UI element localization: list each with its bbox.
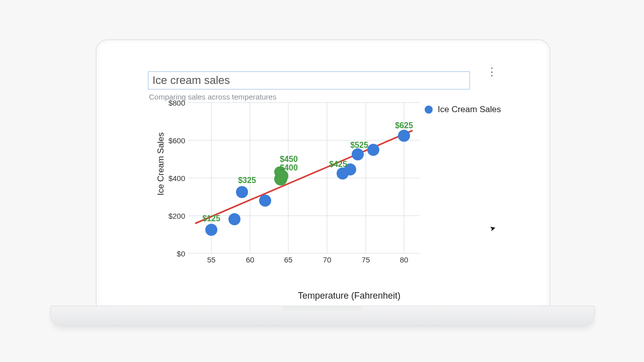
- data-label: $125: [202, 214, 220, 223]
- x-tick: 65: [284, 255, 293, 264]
- y-tick: $800: [155, 99, 188, 107]
- legend: Ice Cream Sales: [425, 105, 501, 115]
- svg-point-11: [205, 224, 217, 236]
- data-label: $325: [238, 176, 256, 185]
- more-options-icon[interactable]: [488, 67, 496, 76]
- trendline: [196, 131, 412, 223]
- laptop-base: [50, 306, 595, 326]
- cursor-pointer-icon: ➤: [489, 224, 497, 233]
- y-tick: $600: [155, 136, 188, 145]
- plot-area: [188, 103, 420, 253]
- screen: Comparing sales across temperatures Ice …: [108, 51, 538, 307]
- x-tick: 75: [362, 255, 370, 264]
- gridlines: [188, 103, 420, 253]
- svg-point-22: [398, 130, 410, 142]
- svg-point-20: [352, 148, 364, 160]
- data-label: $425: [329, 160, 347, 169]
- laptop-frame: Comparing sales across temperatures Ice …: [96, 39, 550, 307]
- chart-title-input[interactable]: [148, 71, 470, 89]
- svg-point-14: [259, 195, 271, 207]
- legend-marker-icon: [425, 106, 433, 114]
- legend-label: Ice Cream Sales: [438, 105, 501, 115]
- data-label: $450: [280, 155, 298, 164]
- x-axis-label: Temperature (Fahrenheit): [289, 291, 410, 301]
- y-axis-label: Ice Cream Sales: [156, 99, 166, 229]
- x-tick: 80: [400, 255, 409, 264]
- data-label: $400: [280, 163, 298, 172]
- data-label: $625: [395, 121, 413, 130]
- x-tick: 70: [323, 255, 332, 264]
- data-points: [205, 130, 410, 236]
- y-tick: $400: [155, 174, 188, 183]
- x-tick: 60: [246, 255, 255, 264]
- svg-point-13: [236, 186, 248, 198]
- x-tick: 55: [207, 255, 216, 264]
- chart: Ice Cream Sales Ice Cream Sales Temperat…: [138, 100, 520, 296]
- data-label: $525: [350, 141, 368, 150]
- y-tick: $200: [155, 212, 188, 220]
- svg-point-12: [228, 213, 240, 225]
- y-tick: $0: [155, 249, 188, 258]
- svg-point-21: [367, 144, 379, 156]
